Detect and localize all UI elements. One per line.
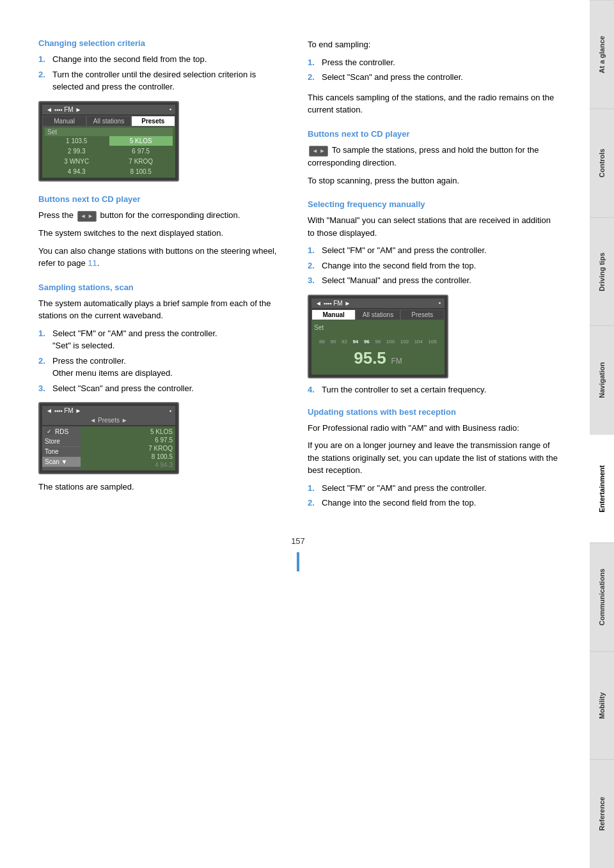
- step4-text: Turn the controller to set a certain fre…: [322, 385, 558, 394]
- step-number: 2.: [308, 71, 319, 84]
- station: 7 KROQ: [109, 157, 173, 166]
- tab-presets: Presets: [131, 116, 175, 127]
- sidebar-tab-entertainment[interactable]: Entertainment: [590, 434, 614, 543]
- step-text: Press the controller.Other menu items ar…: [52, 355, 288, 380]
- step-text: Turn the controller until the desired se…: [52, 68, 288, 93]
- radio-tabs-row: Manual All stations Presets: [42, 116, 175, 127]
- step-text: Select "Manual" and press the controller…: [322, 274, 558, 287]
- list-item: 1. Press the controller.: [308, 56, 558, 69]
- scan-item: Scan ▼: [42, 457, 81, 467]
- step-text: Select "FM" or "AM" and press the contro…: [322, 482, 558, 495]
- step-number: 1.: [38, 327, 50, 352]
- step-number: 2.: [38, 355, 50, 380]
- step4-num: 4.: [308, 385, 319, 394]
- page-link[interactable]: 11: [88, 258, 97, 268]
- step-number: 1.: [308, 56, 319, 69]
- steps-update: 1. Select "FM" or "AM" and press the con…: [308, 482, 558, 509]
- steps-end-sampling: 1. Press the controller. 2. Select "Scan…: [308, 56, 558, 84]
- scan-menu: ✓ RDS Store Tone Scan ▼ 5 KLOS 6 97.5 7 …: [42, 426, 175, 470]
- heading-changing-selection: Changing selection criteria: [38, 38, 288, 48]
- heading-update-stations: Updating stations with best reception: [308, 407, 558, 417]
- station-row: 4 94.3: [82, 461, 174, 469]
- list-item: 2. Change into the second field from the…: [308, 260, 558, 272]
- manual-freq-screen: ◄ ▪▪▪▪ FM ► ▪ Manual All stations Preset…: [308, 295, 448, 378]
- step-text: Select "Scan" and press the controller.: [52, 382, 288, 395]
- step4-container: 4. Turn the controller to set a certain …: [308, 385, 558, 394]
- manual-set-row: Set: [311, 320, 445, 334]
- step-number: 3.: [308, 274, 319, 287]
- para-update-intro: For Professional radio with "AM" and wit…: [308, 422, 558, 435]
- station: 1 103.5: [45, 136, 109, 146]
- station-row: 7 KROQ: [82, 444, 174, 453]
- tab-all-stations: All stations: [86, 116, 130, 127]
- sidebar-tab-at-a-glance[interactable]: At a glance: [590, 0, 614, 109]
- station: 2 99.3: [45, 146, 109, 156]
- heading-select-freq: Selecting frequency manually: [308, 199, 558, 209]
- list-item: 3. Select "Scan" and press the controlle…: [38, 382, 288, 395]
- freq-bar: 88 90 92 94 96 98 100 102 104 106: [317, 337, 439, 346]
- page-indicator-line: [297, 552, 299, 571]
- left-column: Changing selection criteria 1. Change in…: [38, 38, 288, 517]
- station: 8 100.5: [109, 167, 173, 176]
- set-row: Set: [45, 128, 173, 136]
- heading-sampling: Sampling stations, scan: [38, 283, 288, 292]
- step-number: 1.: [308, 482, 319, 495]
- freq-value: 95.5: [354, 348, 386, 368]
- step-number: 3.: [38, 382, 50, 395]
- steps-sampling: 1. Select "FM" or "AM" and press the con…: [38, 327, 288, 395]
- tab-manual-active: Manual: [311, 309, 356, 320]
- list-item: 1. Select "FM" or "AM" and press the con…: [308, 244, 558, 257]
- station-row: 5 KLOS: [82, 428, 174, 436]
- station: 6 97.5: [109, 146, 173, 156]
- sidebar-tab-reference[interactable]: Reference: [590, 759, 614, 868]
- right-column: To end sampling: 1. Press the controller…: [308, 38, 558, 517]
- step4-item: 4. Turn the controller to set a certain …: [308, 385, 558, 394]
- station-row: 6 97.5: [82, 436, 174, 444]
- tone-item: Tone: [42, 447, 81, 457]
- step-number: 1.: [38, 53, 50, 66]
- step-number: 2.: [308, 260, 319, 272]
- para-cancel-sampling: This cancels sampling of the stations, a…: [308, 91, 558, 116]
- caption-sampled: The stations are sampled.: [38, 481, 288, 493]
- heading-buttons-cd-right: Buttons next to CD player: [308, 129, 558, 139]
- manual-tabs: Manual All stations Presets: [311, 309, 445, 320]
- list-item: 1. Select "FM" or "AM" and press the con…: [38, 327, 288, 352]
- step-text: Press the controller.: [322, 56, 558, 69]
- freq-display: 88 90 92 94 96 98 100 102 104 106: [311, 334, 445, 375]
- step-number: 1.: [308, 244, 319, 257]
- manual-screen-top: ◄ ▪▪▪▪ FM ► ▪: [311, 298, 445, 308]
- sidebar-tab-mobility[interactable]: Mobility: [590, 651, 614, 760]
- sidebar-tab-navigation[interactable]: Navigation: [590, 325, 614, 434]
- sidebar-tab-controls[interactable]: Controls: [590, 109, 614, 217]
- step-text: Select "FM" or "AM" and press the contro…: [52, 327, 288, 352]
- station: 4 94.3: [45, 167, 109, 176]
- rds-icon: ✓: [45, 428, 54, 435]
- scan-station-list: 5 KLOS 6 97.5 7 KROQ 8 100.5 4 94.3: [81, 426, 175, 470]
- freq-unit: FM: [391, 357, 402, 366]
- step-text: Change into the second field from the to…: [322, 497, 558, 509]
- steps-freq: 1. Select "FM" or "AM" and press the con…: [308, 244, 558, 287]
- station-list: 1 103.5 5 KLOS 2 99.3 6 97.5 3 WNYC 7 KR…: [45, 136, 173, 176]
- step-number: 2.: [308, 497, 319, 509]
- radio-screen-1: ◄ ▪▪▪▪ FM ► ▪ Manual All stations Preset…: [38, 101, 179, 182]
- list-item: 1. Change into the second field from the…: [38, 53, 288, 66]
- rds-item: ✓ RDS: [42, 426, 81, 437]
- station-row: 8 100.5: [82, 453, 174, 461]
- tab-all-stations-2: All stations: [356, 309, 400, 320]
- list-item: 2. Press the controller.Other menu items…: [38, 355, 288, 380]
- screen-top-bar: ◄ ▪▪▪▪ FM ► ▪: [42, 105, 175, 114]
- end-sampling-intro: To end sampling:: [308, 38, 558, 51]
- scan-screen-top: ◄ ▪▪▪▪ FM ► ▪: [42, 406, 175, 415]
- tab-presets-2: Presets: [400, 309, 445, 320]
- para-sampling-intro: The system automatically plays a brief s…: [38, 297, 288, 322]
- step-text: Select "FM" or "AM" and press the contro…: [322, 244, 558, 257]
- station: 3 WNYC: [45, 157, 109, 166]
- sidebar-tab-communications[interactable]: Communications: [590, 543, 614, 651]
- page-number: 157: [38, 536, 558, 571]
- sidebar-tab-driving-tips[interactable]: Driving tips: [590, 217, 614, 326]
- steps-changing-selection: 1. Change into the second field from the…: [38, 53, 288, 93]
- station: 5 KLOS: [109, 136, 173, 146]
- step-text: Change into the second field from the to…: [322, 260, 558, 272]
- list-item: 1. Select "FM" or "AM" and press the con…: [308, 482, 558, 495]
- tab-manual: Manual: [42, 116, 86, 127]
